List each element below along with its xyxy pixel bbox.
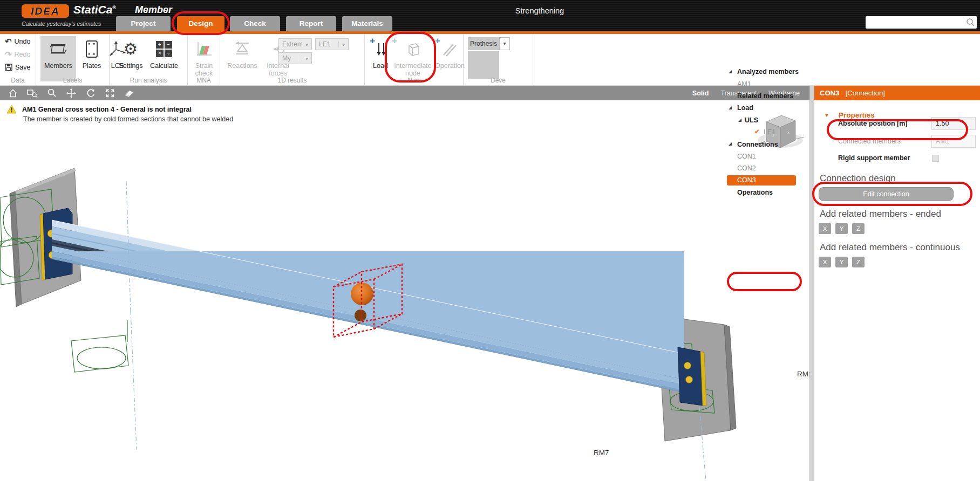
loadcase-dropdown[interactable]: LE1 ▾ [315, 38, 349, 50]
checked-checkbox-icon[interactable]: ✔ [754, 128, 760, 135]
calculate-button[interactable]: + − × ÷ Calculate [147, 36, 181, 81]
zoom-icon[interactable] [45, 87, 58, 99]
edit-connection-button[interactable]: Edit connection [819, 187, 954, 201]
mode-solid[interactable]: Solid [692, 90, 709, 97]
ribbon-group-deve: Prothesis ▾ Deve [464, 34, 533, 85]
tree-label: AM1 [737, 80, 751, 88]
save-label: Save [15, 64, 31, 71]
tree-item-con2[interactable]: CON2 [725, 162, 807, 174]
group-label-deve: Deve [464, 77, 533, 84]
redo-label: Redo [15, 51, 31, 58]
scene-canvas[interactable]: RM7 RM1 [0, 100, 809, 481]
plus-icon: + [435, 37, 440, 45]
expander-icon[interactable]: ◢ [738, 118, 741, 122]
tree-item-load[interactable]: ◢ Load [725, 102, 807, 114]
plates-button[interactable]: Plates [79, 36, 105, 81]
calc-divide: ÷ [165, 50, 172, 57]
idea-statica-member-window: IDEA StatiCa® Member Calculate yesterday… [0, 0, 980, 481]
members-button[interactable]: Members [40, 36, 76, 81]
add-continuous-z-button[interactable]: Z [852, 257, 865, 267]
search-box[interactable] [866, 16, 977, 29]
eraser-icon[interactable] [123, 87, 136, 99]
plus-icon: + [392, 37, 397, 45]
group-label-1d-results: 1D results [220, 77, 364, 84]
pan-icon[interactable] [65, 87, 78, 99]
tree-item-connections[interactable]: ◢ Connections [725, 138, 807, 150]
plus-icon: + [370, 37, 375, 45]
reactions-label: Reactions [224, 62, 260, 70]
chevron-down-icon: ▾ [338, 42, 348, 47]
operation-label: Operation [435, 62, 462, 70]
related-member-label-right: RM1 [797, 370, 809, 378]
tree-item-am1[interactable]: AM1 [725, 78, 807, 90]
add-continuous-x-button[interactable]: X [819, 257, 831, 267]
add-ended-z-button[interactable]: Z [852, 223, 865, 234]
redo-icon: ↷ [5, 51, 12, 58]
reactions-button[interactable]: Reactions [224, 36, 260, 81]
add-ended-x-button[interactable]: X [819, 223, 831, 234]
load-button[interactable]: + Load [370, 36, 391, 81]
my-dropdown[interactable]: My ▾ [278, 52, 312, 64]
tree-item-analyzed-members[interactable]: ◢ Analyzed members [725, 66, 807, 78]
tree-item-operations[interactable]: Operations [725, 187, 807, 198]
tree-item-con3[interactable]: CON3 [725, 175, 807, 187]
tab-check[interactable]: Check [230, 16, 280, 31]
strain-check-label: Strain check [190, 62, 218, 77]
tab-design[interactable]: Design [177, 16, 224, 31]
add-related-continuous-heading: Add related members - continuous [820, 242, 960, 253]
prothesis-dropdown[interactable]: Prothesis ▾ [468, 37, 511, 79]
tree-label: Related members [737, 92, 793, 100]
tree-item-le1[interactable]: ✔ LE1 [725, 126, 807, 138]
members-icon [47, 40, 69, 58]
operation-button[interactable]: + Operation [435, 36, 462, 81]
calc-multiply: × [156, 50, 164, 57]
viewport-3d[interactable]: AM1 General cross section 4 - General is… [0, 100, 809, 481]
redo-button[interactable]: ↷ Redo [5, 51, 30, 58]
expander-icon[interactable]: ◢ [729, 69, 732, 74]
ribbon: ↶ Undo ↷ Redo Save Data [0, 34, 980, 86]
tree-item-con1[interactable]: CON1 [725, 150, 807, 162]
tree-label: CON1 [737, 153, 756, 160]
add-continuous-y-button[interactable]: Y [835, 257, 848, 267]
fit-view-icon[interactable] [104, 87, 117, 99]
strain-check-button[interactable]: Strain check [190, 36, 218, 81]
tree-item-related-members[interactable]: Related members [725, 90, 807, 102]
save-button[interactable]: Save [5, 64, 31, 71]
group-label-mna: MNA [188, 77, 220, 84]
intermediate-node-button[interactable]: + Intermediate node [392, 36, 434, 81]
zoom-window-icon[interactable] [26, 87, 39, 99]
expander-icon[interactable]: ◢ [729, 105, 732, 110]
collapse-triangle-icon[interactable]: ▼ [824, 112, 829, 118]
expander-icon[interactable]: ◢ [729, 141, 732, 146]
ribbon-group-new: + Load + [365, 34, 464, 85]
extreme-dropdown[interactable]: Extreme ▾ [278, 38, 312, 50]
tree-label: Operations [737, 189, 773, 196]
add-ended-y-button[interactable]: Y [835, 223, 848, 234]
add-related-ended-heading: Add related members - ended [820, 209, 941, 219]
rigid-support-checkbox[interactable] [932, 155, 939, 162]
chevron-down-icon[interactable]: ▾ [499, 37, 510, 50]
search-icon [965, 17, 976, 28]
undo-icon: ↶ [5, 38, 12, 45]
tree-item-uls[interactable]: ◢ ULS [725, 114, 807, 126]
panel-divider[interactable] [809, 86, 814, 481]
absolute-position-input[interactable] [931, 117, 976, 130]
right-connection-plate[interactable] [678, 347, 706, 406]
undo-button[interactable]: ↶ Undo [5, 38, 30, 45]
intermediate-node-icon [404, 40, 422, 58]
tab-project[interactable]: Project [116, 16, 171, 31]
tab-materials[interactable]: Materials [342, 16, 392, 31]
search-input[interactable] [869, 17, 965, 28]
calc-plus: + [156, 41, 164, 49]
reactions-icon [233, 40, 252, 58]
beam-member[interactable] [52, 220, 684, 393]
tree-label-selected: CON3 [727, 175, 796, 185]
strain-check-icon [195, 40, 213, 58]
load-label: Load [370, 62, 391, 70]
home-icon[interactable] [6, 87, 19, 99]
rotate-icon[interactable] [84, 87, 97, 99]
tree-label: Analyzed members [737, 68, 799, 75]
tab-report[interactable]: Report [286, 16, 336, 31]
app-title: Member [135, 4, 172, 16]
settings-button[interactable]: ⚙ Settings [116, 36, 145, 81]
